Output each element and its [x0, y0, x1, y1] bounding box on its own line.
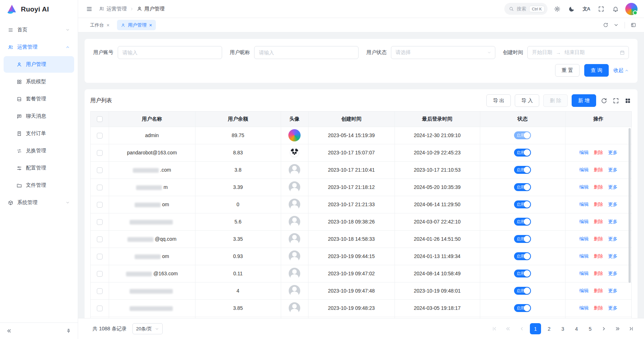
- settings-button[interactable]: [553, 4, 562, 14]
- edit-link[interactable]: 编辑: [579, 236, 589, 241]
- sidebar-item-config-management[interactable]: 配置管理: [4, 160, 74, 176]
- edit-link[interactable]: 编辑: [579, 150, 589, 155]
- more-link[interactable]: 更多: [608, 219, 617, 224]
- row-checkbox[interactable]: [97, 236, 103, 242]
- collapse-sidebar-button[interactable]: [5, 327, 13, 335]
- sidebar-item-exchange-management[interactable]: 兑换管理: [4, 143, 74, 159]
- delete-link[interactable]: 删除: [594, 288, 603, 293]
- sidebar-item-chat-messages[interactable]: 聊天消息: [4, 108, 74, 125]
- fullscreen-button[interactable]: [596, 4, 606, 14]
- more-link[interactable]: 更多: [608, 305, 617, 311]
- page-button-3[interactable]: 3: [557, 323, 568, 334]
- next-page-button[interactable]: [598, 323, 609, 334]
- more-link[interactable]: 更多: [608, 150, 617, 155]
- row-checkbox[interactable]: [97, 150, 103, 156]
- page-button-5[interactable]: 5: [585, 323, 596, 334]
- jump-back-button[interactable]: [503, 323, 514, 334]
- user-status-select[interactable]: 请选择: [391, 46, 495, 59]
- row-checkbox[interactable]: [97, 167, 103, 173]
- pin-sidebar-button[interactable]: [64, 327, 73, 335]
- tab-workbench[interactable]: 工作台 ×: [86, 20, 113, 30]
- edit-link[interactable]: 编辑: [579, 184, 589, 190]
- created-time-range-picker[interactable]: 开始日期 → 结束日期: [527, 46, 629, 59]
- status-toggle[interactable]: 启用: [514, 131, 531, 139]
- add-button[interactable]: 新 增: [572, 94, 596, 107]
- row-checkbox[interactable]: [97, 219, 103, 225]
- delete-link[interactable]: 删除: [594, 305, 603, 311]
- page-size-select[interactable]: 20条/页: [132, 323, 163, 334]
- delete-link[interactable]: 删除: [594, 236, 603, 241]
- more-link[interactable]: 更多: [608, 288, 617, 293]
- sidebar-item-package-management[interactable]: 套餐管理: [4, 91, 74, 107]
- import-button[interactable]: 导 入: [515, 94, 539, 107]
- jump-forward-button[interactable]: [612, 323, 623, 334]
- reset-button[interactable]: 重 置: [555, 64, 580, 77]
- page-button-2[interactable]: 2: [544, 323, 555, 334]
- dark-mode-button[interactable]: [567, 4, 576, 14]
- delete-link[interactable]: 删除: [594, 167, 603, 172]
- table-fullscreen-button[interactable]: [612, 97, 620, 105]
- sidebar-item-system-model[interactable]: 系统模型: [4, 73, 74, 90]
- sidebar-item-payment-orders[interactable]: 支付订单: [4, 125, 74, 142]
- first-page-button[interactable]: [489, 323, 500, 334]
- more-link[interactable]: 更多: [608, 253, 617, 259]
- column-settings-button[interactable]: [624, 97, 632, 105]
- status-toggle[interactable]: 启用: [514, 252, 531, 260]
- more-link[interactable]: 更多: [608, 236, 617, 241]
- last-page-button[interactable]: [626, 323, 637, 334]
- more-link[interactable]: 更多: [608, 202, 617, 207]
- user-avatar[interactable]: [625, 3, 638, 15]
- more-link[interactable]: 更多: [608, 184, 617, 190]
- more-link[interactable]: 更多: [608, 167, 617, 172]
- sidebar-item-system-management[interactable]: 系统管理: [4, 194, 74, 211]
- close-icon[interactable]: ×: [149, 23, 152, 28]
- status-toggle[interactable]: 启用: [514, 149, 531, 157]
- status-toggle[interactable]: 启用: [514, 166, 531, 174]
- row-checkbox[interactable]: [97, 306, 103, 311]
- edit-link[interactable]: 编辑: [579, 288, 589, 293]
- edit-link[interactable]: 编辑: [579, 167, 589, 172]
- edit-link[interactable]: 编辑: [579, 305, 589, 311]
- row-checkbox[interactable]: [97, 271, 103, 277]
- user-nickname-input[interactable]: [254, 46, 359, 59]
- layout-toggle-button[interactable]: [629, 21, 638, 29]
- edit-link[interactable]: 编辑: [579, 271, 589, 276]
- tab-options-button[interactable]: [612, 21, 620, 29]
- row-checkbox[interactable]: [97, 133, 103, 139]
- hamburger-menu-button[interactable]: [85, 4, 94, 14]
- refresh-table-button[interactable]: [600, 97, 608, 105]
- language-button[interactable]: 文A: [581, 4, 591, 14]
- breadcrumb-item-user-management[interactable]: 用户管理: [137, 6, 165, 12]
- row-checkbox[interactable]: [97, 185, 103, 190]
- sidebar-item-home[interactable]: 首页: [4, 22, 74, 38]
- prev-page-button[interactable]: [516, 323, 527, 334]
- more-link[interactable]: 更多: [608, 271, 617, 276]
- page-button-4[interactable]: 4: [571, 323, 582, 334]
- delete-link[interactable]: 删除: [594, 271, 603, 276]
- edit-link[interactable]: 编辑: [579, 253, 589, 259]
- status-toggle[interactable]: 启用: [514, 218, 531, 226]
- delete-link[interactable]: 删除: [594, 202, 603, 207]
- edit-link[interactable]: 编辑: [579, 202, 589, 207]
- export-button[interactable]: 导 出: [486, 94, 511, 107]
- page-button-1[interactable]: 1: [530, 323, 541, 334]
- delete-link[interactable]: 删除: [594, 253, 603, 259]
- sidebar-item-file-management[interactable]: 文件管理: [4, 177, 74, 194]
- row-checkbox[interactable]: [97, 288, 103, 294]
- select-all-checkbox[interactable]: [97, 116, 103, 122]
- delete-link[interactable]: 删除: [594, 219, 603, 224]
- row-checkbox[interactable]: [97, 202, 103, 208]
- status-toggle[interactable]: 启用: [514, 200, 531, 208]
- breadcrumb-item-operations[interactable]: 运营管理: [99, 6, 127, 12]
- sidebar-item-user-management[interactable]: 用户管理: [4, 56, 74, 73]
- table-scrollbar[interactable]: [629, 128, 631, 283]
- status-toggle[interactable]: 启用: [514, 183, 531, 191]
- close-icon[interactable]: ×: [107, 23, 109, 28]
- sidebar-item-operations[interactable]: 运营管理: [4, 39, 74, 55]
- tab-user-management[interactable]: 用户管理 ×: [117, 20, 156, 30]
- notifications-button[interactable]: [611, 4, 620, 14]
- global-search[interactable]: 搜索 Ctrl K: [504, 3, 548, 15]
- delete-link[interactable]: 删除: [594, 184, 603, 190]
- status-toggle[interactable]: 启用: [514, 235, 531, 243]
- status-toggle[interactable]: 启用: [514, 270, 531, 277]
